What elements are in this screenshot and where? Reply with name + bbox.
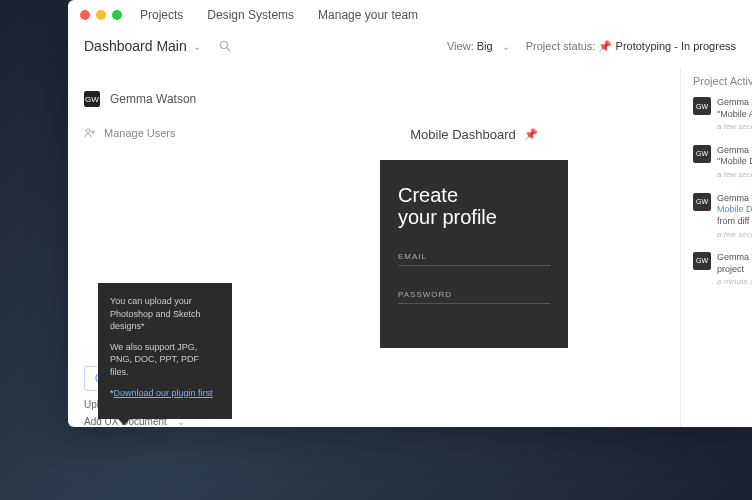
mockup-heading: Create your profile [398, 184, 550, 228]
tooltip-text-2: We also support JPG, PNG, DOC, PPT, PDF … [110, 341, 220, 379]
page-title: Dashboard Main [84, 38, 187, 54]
title-dropdown-icon[interactable]: ⌄ [193, 41, 201, 52]
view-control[interactable]: View: Big ⌄ [447, 40, 510, 52]
view-value: Big [477, 40, 493, 52]
status-control[interactable]: Project status: 📌 Prototyping - In progr… [526, 40, 736, 53]
maximize-window-button[interactable] [112, 10, 122, 20]
manage-users-label: Manage Users [104, 127, 176, 139]
activity-avatar: GW [693, 193, 711, 211]
activity-title: Project Activity [693, 75, 752, 87]
nav-projects[interactable]: Projects [140, 8, 183, 22]
mockup-password-field: PASSWORD [398, 284, 550, 304]
mockup-email-field: EMAIL [398, 246, 550, 266]
activity-item[interactable]: GW Gemma W project a minute a [693, 252, 752, 288]
header-controls: View: Big ⌄ Project status: 📌 Prototypin… [447, 40, 736, 53]
pin-icon: 📌 [598, 40, 612, 52]
tooltip-text-1: You can upload your Photoshop and Sketch… [110, 295, 220, 333]
activity-text: Gemma W "Mobile A a few seco [717, 97, 752, 133]
titlebar: Projects Design Systems Manage your team [68, 0, 752, 30]
design-mockup[interactable]: Create your profile EMAIL PASSWORD [380, 160, 568, 348]
activity-avatar: GW [693, 145, 711, 163]
activity-text: Gemma W "Mobile D a few seco [717, 145, 752, 181]
chevron-down-icon: ⌄ [502, 41, 510, 52]
search-icon[interactable] [219, 40, 231, 52]
upload-tooltip: You can upload your Photoshop and Sketch… [98, 283, 232, 419]
activity-text: Gemma W project a minute a [717, 252, 752, 288]
activity-avatar: GW [693, 252, 711, 270]
minimize-window-button[interactable] [96, 10, 106, 20]
main-canvas: Mobile Dashboard 📌 Create your profile E… [268, 67, 680, 427]
manage-users-link[interactable]: Manage Users [84, 127, 252, 139]
page-header: Dashboard Main ⌄ View: Big ⌄ Project sta… [68, 30, 752, 67]
document-title-text: Mobile Dashboard [410, 127, 516, 142]
activity-text: Gemma W Mobile D from diff a few seco [717, 193, 752, 240]
user-name: Gemma Watson [110, 92, 196, 106]
nav-design-systems[interactable]: Design Systems [207, 8, 294, 22]
activity-panel: Project Activity GW Gemma W "Mobile A a … [680, 67, 752, 427]
close-window-button[interactable] [80, 10, 90, 20]
svg-line-1 [227, 48, 230, 51]
document-title[interactable]: Mobile Dashboard 📌 [410, 127, 538, 142]
svg-point-0 [220, 42, 227, 49]
activity-item[interactable]: GW Gemma W "Mobile D a few seco [693, 145, 752, 181]
user-row[interactable]: GW Gemma Watson [84, 91, 252, 107]
activity-item[interactable]: GW Gemma W "Mobile A a few seco [693, 97, 752, 133]
user-plus-icon [84, 127, 96, 139]
activity-item[interactable]: GW Gemma W Mobile D from diff a few seco [693, 193, 752, 240]
download-plugin-link[interactable]: Download our plugin first [114, 388, 213, 398]
window-controls [80, 10, 122, 20]
svg-point-2 [86, 129, 90, 133]
view-label: View: [447, 40, 474, 52]
activity-avatar: GW [693, 97, 711, 115]
status-value: Prototyping - In progress [616, 40, 736, 52]
user-avatar: GW [84, 91, 100, 107]
tooltip-link-line: *Download our plugin first [110, 387, 220, 400]
nav-manage-team[interactable]: Manage your team [318, 8, 418, 22]
status-label: Project status: [526, 40, 596, 52]
pin-icon: 📌 [524, 128, 538, 141]
